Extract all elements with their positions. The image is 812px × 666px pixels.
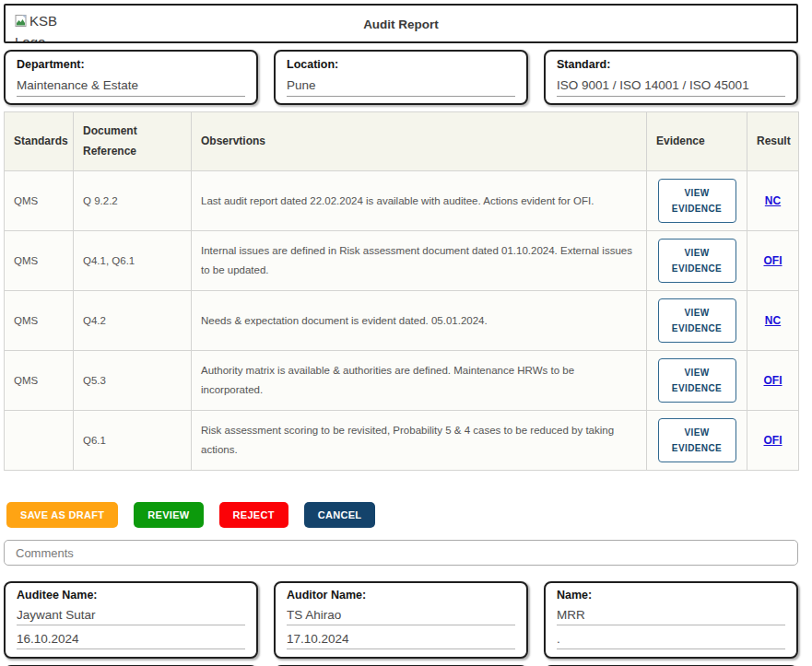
col-evidence: Evidence	[647, 112, 747, 171]
reject-button[interactable]: REJECT	[219, 502, 288, 528]
signature-fieldsets: Auditee Name: Auditor Name: Name:	[4, 581, 798, 659]
action-button-bar: SAVE AS DRAFT REVIEW REJECT CANCEL	[6, 502, 798, 528]
col-document-reference: Document Reference	[74, 112, 192, 171]
standard-fieldset: Standard:	[544, 50, 798, 105]
observation-cell: Risk assessment scoring to be revisited,…	[192, 411, 647, 471]
auditor-name-input[interactable]	[287, 606, 515, 625]
table-row: QMS Q5.3 Authority matrix is available &…	[5, 351, 799, 411]
table-header-row: Standards Document Reference Observtions…	[5, 112, 799, 171]
result-link[interactable]: OFI	[764, 374, 783, 387]
table-row: QMS Q4.2 Needs & expectation document is…	[5, 291, 799, 351]
cancel-button[interactable]: CANCEL	[304, 502, 376, 528]
review-button[interactable]: REVIEW	[134, 502, 203, 528]
observation-cell: Internal issues are defined in Risk asse…	[192, 231, 647, 291]
standard-cell	[5, 411, 74, 471]
department-input[interactable]	[17, 77, 245, 97]
table-row: Q6.1 Risk assessment scoring to be revis…	[5, 411, 799, 471]
view-evidence-button[interactable]: VIEW EVIDENCE	[658, 418, 736, 462]
table-row: QMS Q4.1, Q6.1 Internal issues are defin…	[5, 231, 799, 291]
auditee-name-input[interactable]	[17, 606, 245, 625]
standard-cell: QMS	[5, 231, 74, 291]
name-label: Name:	[557, 589, 785, 602]
result-link[interactable]: OFI	[764, 254, 783, 267]
doc-ref-cell: Q4.2	[74, 291, 192, 351]
view-evidence-button[interactable]: VIEW EVIDENCE	[658, 358, 736, 403]
observation-cell: Needs & expectation document is evident …	[192, 291, 647, 351]
location-fieldset: Location:	[274, 50, 528, 105]
standard-label: Standard:	[557, 58, 785, 71]
result-link[interactable]: OFI	[764, 434, 783, 447]
name-input[interactable]	[557, 606, 785, 625]
table-row: QMS Q 9.2.2 Last audit report dated 22.0…	[5, 171, 799, 231]
view-evidence-button[interactable]: VIEW EVIDENCE	[658, 239, 736, 283]
report-header: KSB Logo Audit Report	[4, 4, 798, 43]
view-evidence-button[interactable]: VIEW EVIDENCE	[658, 179, 736, 223]
col-result: Result	[747, 112, 799, 171]
page-title: Audit Report	[6, 17, 796, 30]
observation-cell: Last audit report dated 22.02.2024 is av…	[192, 171, 647, 231]
auditor-name-label: Auditor Name:	[287, 589, 515, 602]
audit-report-page: KSB Logo Audit Report Department: Locati…	[0, 0, 812, 666]
col-standards: Standards	[5, 112, 74, 171]
standard-cell: QMS	[5, 291, 74, 351]
observation-cell: Authority matrix is available & authorit…	[192, 351, 647, 411]
result-link[interactable]: NC	[765, 194, 781, 207]
save-as-draft-button[interactable]: SAVE AS DRAFT	[6, 502, 118, 528]
col-observations: Observtions	[192, 112, 647, 171]
name-fieldset: Name:	[544, 581, 798, 659]
observations-table: Standards Document Reference Observtions…	[4, 111, 799, 471]
comments-input[interactable]	[4, 540, 798, 566]
auditee-date-input[interactable]	[17, 630, 245, 649]
doc-ref-cell: Q4.1, Q6.1	[74, 231, 192, 291]
department-fieldset: Department:	[4, 50, 258, 105]
location-label: Location:	[287, 58, 515, 71]
auditor-fieldset: Auditor Name:	[274, 581, 528, 659]
department-label: Department:	[17, 58, 245, 71]
standard-cell: QMS	[5, 351, 74, 411]
auditee-fieldset: Auditee Name:	[4, 581, 258, 659]
doc-ref-cell: Q6.1	[74, 411, 192, 471]
standard-input[interactable]	[557, 77, 785, 97]
standard-cell: QMS	[5, 171, 74, 231]
auditor-date-input[interactable]	[287, 630, 515, 649]
name-date-input[interactable]	[557, 630, 785, 649]
view-evidence-button[interactable]: VIEW EVIDENCE	[658, 298, 736, 343]
info-fieldsets: Department: Location: Standard:	[4, 50, 798, 105]
location-input[interactable]	[287, 77, 515, 97]
auditee-name-label: Auditee Name:	[17, 589, 245, 602]
result-link[interactable]: NC	[765, 314, 781, 327]
doc-ref-cell: Q5.3	[74, 351, 192, 411]
doc-ref-cell: Q 9.2.2	[74, 171, 192, 231]
